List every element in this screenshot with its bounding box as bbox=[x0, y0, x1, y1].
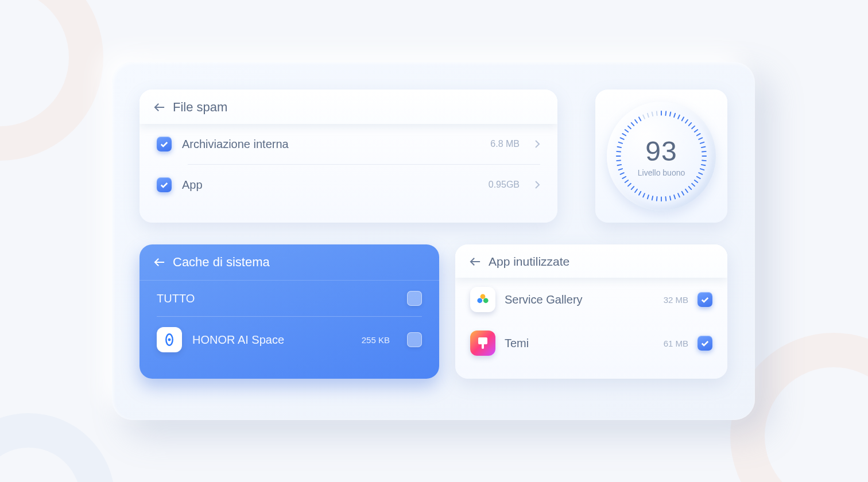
cache-row[interactable]: HONOR AI Space 255 KB bbox=[140, 317, 439, 363]
row-label: HONOR AI Space bbox=[192, 333, 351, 347]
row-size: 0.95GB bbox=[489, 180, 520, 190]
svg-point-62 bbox=[480, 294, 486, 299]
svg-line-50 bbox=[622, 134, 626, 135]
svg-line-58 bbox=[652, 112, 653, 116]
svg-line-48 bbox=[619, 142, 622, 143]
chevron-right-icon[interactable] bbox=[534, 180, 540, 189]
row-label: TUTTO bbox=[157, 292, 397, 305]
svg-line-52 bbox=[628, 126, 631, 129]
svg-line-24 bbox=[685, 189, 688, 193]
svg-line-39 bbox=[625, 180, 629, 182]
row-size: 61 MB bbox=[664, 339, 688, 348]
unused-row[interactable]: Temi 61 MB bbox=[455, 321, 727, 365]
svg-line-6 bbox=[685, 120, 688, 123]
svg-point-61 bbox=[168, 339, 171, 341]
svg-line-26 bbox=[678, 193, 680, 197]
svg-line-1 bbox=[665, 111, 666, 115]
score-gauge: 93 Livello buono bbox=[607, 102, 716, 211]
svg-line-25 bbox=[682, 192, 684, 195]
row-label: Service Gallery bbox=[505, 293, 654, 306]
svg-line-4 bbox=[678, 115, 680, 119]
chevron-right-icon[interactable] bbox=[534, 139, 540, 149]
svg-line-37 bbox=[631, 186, 634, 189]
svg-line-41 bbox=[621, 173, 624, 174]
svg-line-51 bbox=[625, 130, 629, 132]
svg-line-53 bbox=[631, 123, 634, 126]
svg-line-10 bbox=[697, 134, 700, 135]
back-arrow-icon[interactable] bbox=[153, 257, 166, 267]
svg-line-8 bbox=[692, 126, 695, 129]
svg-line-44 bbox=[617, 160, 621, 161]
svg-line-20 bbox=[697, 177, 700, 178]
svg-line-29 bbox=[665, 197, 666, 201]
file-spam-row[interactable]: App 0.95GB bbox=[140, 165, 557, 205]
service-gallery-icon bbox=[470, 287, 495, 312]
svg-line-46 bbox=[617, 151, 621, 152]
svg-line-43 bbox=[618, 165, 622, 165]
unused-apps-card: App inutilizzate Service Gallery 32 MB bbox=[455, 244, 727, 379]
checkbox-icon[interactable] bbox=[157, 177, 172, 192]
svg-line-28 bbox=[670, 196, 671, 200]
back-arrow-icon[interactable] bbox=[469, 256, 482, 267]
dashboard-frame: File spam Archiviazione interna 6.8 MB A… bbox=[112, 62, 755, 420]
svg-line-12 bbox=[700, 142, 704, 143]
score-card: 93 Livello buono bbox=[595, 90, 727, 223]
svg-line-59 bbox=[657, 111, 657, 115]
cache-header: Cache di sistema bbox=[140, 244, 439, 281]
honor-ai-space-icon bbox=[157, 327, 182, 352]
svg-line-13 bbox=[702, 147, 706, 147]
svg-line-42 bbox=[619, 169, 622, 170]
unused-apps-title: App inutilizzate bbox=[489, 255, 569, 269]
svg-point-64 bbox=[477, 298, 482, 303]
row-size: 6.8 MB bbox=[490, 139, 520, 149]
svg-line-5 bbox=[682, 117, 684, 120]
gauge-ticks-icon bbox=[613, 107, 710, 205]
cache-all-row[interactable]: TUTTO bbox=[140, 281, 439, 316]
svg-line-34 bbox=[643, 193, 645, 197]
unused-apps-header: App inutilizzate bbox=[455, 244, 727, 278]
svg-point-63 bbox=[483, 298, 489, 303]
svg-line-47 bbox=[618, 147, 622, 147]
row-size: 255 KB bbox=[362, 335, 390, 345]
checkbox-icon[interactable] bbox=[157, 137, 172, 151]
svg-line-23 bbox=[689, 186, 692, 189]
svg-line-38 bbox=[628, 184, 631, 186]
temi-icon bbox=[470, 331, 495, 356]
back-arrow-icon[interactable] bbox=[153, 102, 166, 112]
row-size: 32 MB bbox=[664, 295, 688, 305]
svg-line-3 bbox=[674, 114, 675, 117]
svg-line-17 bbox=[702, 165, 706, 165]
cache-title: Cache di sistema bbox=[173, 255, 270, 270]
svg-line-7 bbox=[689, 123, 692, 126]
row-label: Archiviazione interna bbox=[182, 138, 480, 151]
file-spam-card: File spam Archiviazione interna 6.8 MB A… bbox=[140, 90, 557, 223]
svg-line-16 bbox=[702, 160, 706, 161]
cache-card: Cache di sistema TUTTO HONOR AI Space 25… bbox=[140, 244, 439, 379]
svg-line-2 bbox=[670, 112, 671, 116]
svg-line-32 bbox=[652, 196, 653, 200]
checkbox-icon[interactable] bbox=[407, 332, 422, 347]
file-spam-header: File spam bbox=[140, 90, 557, 124]
svg-rect-65 bbox=[478, 337, 487, 344]
svg-line-11 bbox=[699, 138, 702, 139]
svg-line-56 bbox=[643, 115, 645, 119]
file-spam-title: File spam bbox=[173, 100, 227, 115]
row-label: App bbox=[182, 178, 478, 192]
svg-line-35 bbox=[639, 192, 641, 195]
svg-line-18 bbox=[700, 169, 704, 170]
svg-line-40 bbox=[622, 177, 626, 178]
svg-line-21 bbox=[695, 180, 698, 182]
checkbox-icon[interactable] bbox=[698, 292, 712, 307]
svg-line-57 bbox=[648, 114, 649, 117]
svg-line-33 bbox=[648, 195, 649, 199]
svg-line-55 bbox=[639, 117, 641, 120]
file-spam-row[interactable]: Archiviazione interna 6.8 MB bbox=[140, 124, 557, 164]
svg-line-22 bbox=[692, 184, 695, 186]
svg-line-49 bbox=[621, 138, 624, 139]
unused-row[interactable]: Service Gallery 32 MB bbox=[455, 278, 727, 321]
checkbox-icon[interactable] bbox=[698, 336, 712, 351]
svg-line-9 bbox=[695, 130, 698, 132]
svg-line-19 bbox=[699, 173, 702, 174]
checkbox-icon[interactable] bbox=[407, 291, 422, 306]
svg-line-27 bbox=[674, 195, 675, 199]
